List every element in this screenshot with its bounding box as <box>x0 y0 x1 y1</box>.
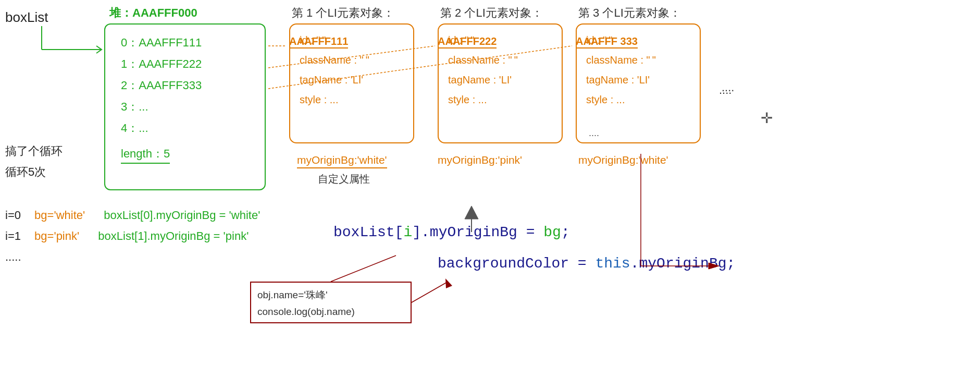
array-item-3: 3：... <box>121 98 255 115</box>
li1-prop-classname: className : " " <box>300 52 406 68</box>
code-section: i=0 bg='white' boxList[0].myOriginBg = '… <box>5 209 260 271</box>
big-code-1: boxList[i].myOriginBg = bg; <box>333 224 570 240</box>
code-assign-pink: boxList[1].myOriginBg = 'pink' <box>98 229 249 242</box>
code-line-1: i=1 bg='pink' boxList[1].myOriginBg = 'p… <box>5 229 260 243</box>
li3-prop-tagname: tagName : 'LI' <box>586 71 692 88</box>
li1-box: id : " " className : " " tagName : 'LI' … <box>289 23 414 143</box>
array-length: length：5 <box>121 146 170 164</box>
svg-line-11 <box>412 282 448 302</box>
code-bg-pink: bg='pink' <box>34 229 79 242</box>
dots-li3-more: .... <box>589 128 599 139</box>
boxlist-label: boxList <box>5 9 48 26</box>
obj-name-assign: obj.name='珠峰' <box>257 287 404 303</box>
big-code-i: i <box>403 224 412 240</box>
li2-prop-id: id : " " <box>448 32 554 48</box>
stack-label: 堆：AAAFFF000 <box>109 5 197 21</box>
custom-attr-label: 自定义属性 <box>318 172 370 186</box>
dots-ellipsis: .... <box>722 81 734 94</box>
code-line-0: i=0 bg='white' boxList[0].myOriginBg = '… <box>5 209 260 222</box>
li3-prop-style: style : ... <box>586 91 692 108</box>
li2-custom-prop: myOriginBg:'pink' <box>438 154 522 166</box>
big-code-myoriginbg: ].myOriginBg = <box>412 224 543 240</box>
code-bg-white: bg='white' <box>34 209 85 222</box>
array-item-4: 4：... <box>121 119 255 137</box>
array-item-2: 2：AAAFFF333 <box>121 77 255 94</box>
li2-prop-tagname: tagName : 'LI' <box>448 71 554 88</box>
li1-prop-style: style : ... <box>300 91 406 108</box>
li2-box: id : " " className : " " tagName : 'LI' … <box>438 23 563 143</box>
obj-box: obj.name='珠峰' console.log(obj.name) <box>250 282 412 323</box>
svg-line-13 <box>331 256 396 282</box>
loop-line2: 循环5次 <box>5 162 63 183</box>
svg-marker-6 <box>465 206 478 219</box>
li2-group-label: 第 2 个LI元素对象： <box>440 5 543 21</box>
loop-line1: 搞了个循环 <box>5 141 63 162</box>
loop-text: 搞了个循环 循环5次 <box>5 141 63 182</box>
code-i1: i=1 <box>5 229 21 242</box>
big-code-this: this <box>595 256 630 272</box>
li3-prop-id: id : " " <box>586 32 692 48</box>
array-item-0: 0：AAAFFF111 <box>121 34 255 51</box>
big-code-bg: bg <box>543 224 561 240</box>
big-code-boxlist: boxList[ <box>333 224 403 240</box>
li1-group-label: 第 1 个LI元素对象： <box>292 5 394 21</box>
code-assign-white: boxList[0].myOriginBg = 'white' <box>104 209 260 222</box>
li1-prop-tagname: tagName : 'LI' <box>300 71 406 88</box>
li3-group-label: 第 3 个LI元素对象： <box>578 5 681 21</box>
li2-prop-classname: className : " " <box>448 52 554 68</box>
li3-prop-classname: className : " " <box>586 52 692 68</box>
li1-prop-id: id : " " <box>300 32 406 48</box>
li3-box: id : " " className : " " tagName : 'LI' … <box>576 23 701 143</box>
code-i0: i=0 <box>5 209 21 222</box>
big-code-2: backgroundColor = this.myOriginBg; <box>438 256 735 272</box>
code-dots: ..... <box>5 250 21 263</box>
code-line-dots: ..... <box>5 250 260 264</box>
big-code-bg-prefix: backgroundColor = <box>438 256 595 272</box>
array-box: 0：AAAFFF111 1：AAAFFF222 2：AAAFFF333 3：..… <box>104 23 266 190</box>
array-item-1: 1：AAAFFF222 <box>121 55 255 72</box>
li3-custom-prop: myOriginBg:'white' <box>578 154 668 166</box>
svg-marker-12 <box>445 278 452 288</box>
li1-custom-prop: myOriginBg:'white' <box>297 154 387 168</box>
big-code-semicolon1: ; <box>561 224 570 240</box>
crosshair-icon: ✛ <box>761 110 773 127</box>
big-code-myoriginbg2: .myOriginBg; <box>630 256 736 272</box>
li2-prop-style: style : ... <box>448 91 554 108</box>
obj-console-log: console.log(obj.name) <box>257 303 404 320</box>
